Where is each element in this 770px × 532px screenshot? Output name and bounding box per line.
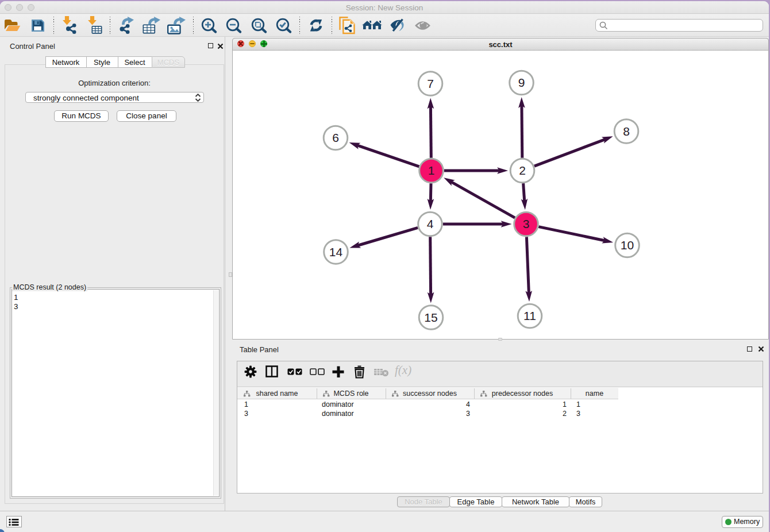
svg-text:8: 8 [623,125,630,138]
svg-text:10: 10 [621,238,634,252]
svg-text:1: 1 [428,164,435,177]
svg-text:2: 2 [519,164,526,177]
svg-text:15: 15 [424,311,437,324]
svg-text:14: 14 [329,245,343,259]
svg-text:4: 4 [427,217,434,230]
svg-text:6: 6 [332,131,339,144]
svg-text:11: 11 [523,309,536,322]
svg-text:9: 9 [518,76,525,89]
svg-text:3: 3 [523,217,530,230]
svg-text:7: 7 [427,77,434,90]
